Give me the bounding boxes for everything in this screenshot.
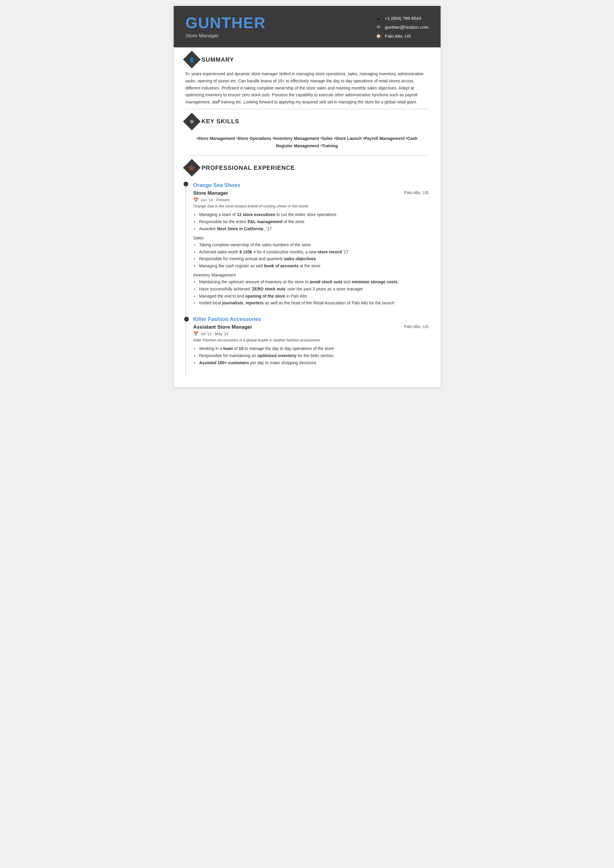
sales-bullet-2: Achieved sales worth $ 120k + for 4 cons…: [193, 249, 429, 256]
candidate-title: Store Manager: [186, 33, 266, 39]
inventory-bullets: Maintaining the optimum amount of invent…: [193, 279, 429, 307]
contact-phone: 📱 +1 (654) 789 6543: [375, 15, 429, 21]
skills-title: KEY SKILLS: [202, 118, 239, 125]
calendar-icon-1: 📅: [193, 197, 198, 202]
skills-text: •Store Management •Store Operations •Inv…: [186, 132, 429, 152]
company-1: Orange Sea Shoes: [193, 182, 429, 189]
job-title-2: Assistant Store Manager: [193, 324, 252, 330]
sales-bullet-1: Taking complete ownership of the sales n…: [193, 242, 429, 249]
kfa-bullet-1: Working in a team of 10 to manage the da…: [193, 345, 429, 352]
timeline-dot-2: [184, 317, 189, 322]
inv-bullet-2: Have successfully achieved 'ZERO stock o…: [193, 286, 429, 293]
contact-email: ✉ gunther@hiration.com: [375, 24, 429, 30]
email-value: gunther@hiration.com: [385, 25, 429, 29]
resume-body: 👤 SUMMARY 5+ years experienced and dynam…: [174, 47, 441, 388]
contact-location: 🏠 Palo Alto, US: [375, 33, 429, 39]
skills-section: ⚙ KEY SKILLS •Store Management •Store Op…: [174, 109, 441, 155]
timeline-dot-1: [183, 182, 188, 186]
location-icon: 🏠: [375, 33, 382, 39]
experience-title: PROFESSIONAL EXPERIENCE: [202, 164, 295, 171]
location-value: Palo Alto, US: [385, 34, 411, 39]
job-entry-1: Orange Sea Shoes Store Manager Palo Alto…: [193, 182, 429, 307]
experience-section: 💼 PROFESSIONAL EXPERIENCE: [174, 156, 441, 182]
summary-diamond-icon: 👤: [183, 51, 201, 68]
experience-header: 💼 PROFESSIONAL EXPERIENCE: [186, 161, 429, 174]
header-right: 📱 +1 (654) 789 6543 ✉ gunther@hiration.c…: [375, 15, 429, 39]
job-desc-1: Orange Sea is the most trusted brand of …: [193, 204, 429, 208]
job-bullets-1: Managing a team of 12 store executives t…: [193, 211, 429, 232]
job-header-2: Assistant Store Manager Palo Alto, US: [193, 324, 429, 330]
skills-header: ⚙ KEY SKILLS: [186, 115, 429, 128]
kfa-bullet-3: Assisted 100+ customers per day to make …: [193, 360, 429, 367]
person-icon: 👤: [189, 57, 195, 62]
sales-bullet-4: Managing the cash register as well book …: [193, 263, 429, 270]
phone-icon: 📱: [375, 15, 382, 21]
job-dates-1: 📅 Jun '14 - Present: [193, 197, 429, 202]
summary-section: 👤 SUMMARY 5+ years experienced and dynam…: [174, 47, 441, 109]
header-left: GUNTHER Store Manager: [186, 15, 266, 39]
job-location-2: Palo Alto, US: [404, 324, 429, 329]
timeline-line: [186, 182, 186, 375]
job-dates-text-1: Jun '14 - Present: [201, 198, 230, 202]
job-location-1: Palo Alto, US: [404, 190, 429, 195]
job-desc-2: Killer Fashion Accessories is a global l…: [193, 338, 429, 342]
company-2: Killer Fashion Accessories: [193, 316, 429, 322]
summary-title: SUMMARY: [202, 56, 234, 63]
summary-text: 5+ years experienced and dynamic store m…: [186, 71, 429, 106]
sales-bullets: Taking complete ownership of the sales n…: [193, 242, 429, 270]
email-icon: ✉: [375, 24, 382, 30]
summary-header: 👤 SUMMARY: [186, 53, 429, 66]
gear-icon: ⚙: [190, 119, 194, 124]
job-header-1: Store Manager Palo Alto, US: [193, 190, 429, 196]
inv-bullet-4: Invited local journalists, reporters as …: [193, 300, 429, 307]
calendar-icon-2: 📅: [193, 331, 198, 336]
bullet-1-3: Awarded 'Best Store in California', '17: [193, 226, 429, 232]
inv-bullet-3: Managed the end to end opening of the st…: [193, 293, 429, 300]
job-entry-2: Killer Fashion Accessories Assistant Sto…: [193, 316, 429, 366]
job-dates-2: 📅 Jul '12 - May '14: [193, 331, 429, 336]
resume-header: GUNTHER Store Manager 📱 +1 (654) 789 654…: [174, 6, 441, 47]
sub-section-sales-title: Sales: [193, 236, 429, 240]
phone-value: +1 (654) 789 6543: [385, 16, 421, 21]
bullet-1-1: Managing a team of 12 store executives t…: [193, 211, 429, 219]
kfa-bullet-2: Responsible for maintaining an optimized…: [193, 352, 429, 360]
bullet-1-2: Responsible for the entire P&L managemen…: [193, 219, 429, 226]
job-bullets-2: Working in a team of 10 to manage the da…: [193, 345, 429, 366]
sub-section-inventory-title: Inventory Management: [193, 273, 429, 277]
briefcase-icon: 💼: [189, 165, 195, 171]
inv-bullet-1: Maintaining the optimum amount of invent…: [193, 279, 429, 286]
sales-bullet-3: Responsible for meeting annual and quart…: [193, 256, 429, 263]
experience-content: Orange Sea Shoes Store Manager Palo Alto…: [193, 182, 429, 375]
resume-container: GUNTHER Store Manager 📱 +1 (654) 789 654…: [174, 6, 441, 388]
job-title-1: Store Manager: [193, 190, 228, 196]
experience-timeline: Orange Sea Shoes Store Manager Palo Alto…: [174, 182, 441, 375]
skills-diamond-icon: ⚙: [183, 113, 201, 130]
job-dates-text-2: Jul '12 - May '14: [201, 332, 229, 336]
experience-diamond-icon: 💼: [183, 159, 201, 177]
candidate-name: GUNTHER: [186, 15, 266, 31]
